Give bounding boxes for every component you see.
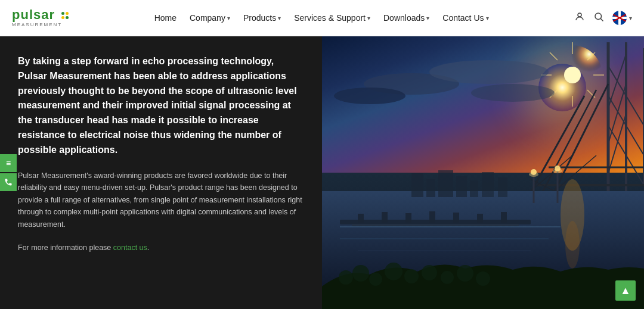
chevron-down-icon: ▾ [629,15,632,21]
svg-point-1 [595,13,602,20]
search-icon[interactable] [593,11,604,25]
main-content: ≡ By taking a step forward in echo proce… [0,36,644,309]
svg-point-66 [385,263,402,280]
header-icons: ▾ [574,11,632,25]
nav-home[interactable]: Home [150,11,181,25]
svg-rect-55 [482,172,494,197]
logo-subtitle: MEASUREMENT [12,22,69,27]
svg-point-69 [441,271,454,284]
header: pulsar MEASUREMENT Home Company ▾ Produc… [0,0,644,36]
svg-point-62 [553,168,562,173]
svg-point-49 [565,221,580,269]
svg-line-25 [608,114,626,173]
svg-line-2 [600,18,603,21]
svg-point-16 [471,84,555,102]
svg-point-63 [339,270,353,285]
svg-rect-42 [382,212,388,223]
chevron-down-icon: ▾ [486,15,489,21]
contact-us-link[interactable]: contact us [113,244,147,252]
svg-rect-51 [426,179,435,197]
language-selector[interactable]: ▾ [612,11,632,25]
svg-point-68 [422,265,437,280]
svg-point-14 [429,60,549,84]
svg-rect-46 [477,214,483,223]
svg-point-65 [369,273,382,286]
scroll-to-top-button[interactable]: ▲ [615,280,636,301]
svg-rect-41 [358,214,364,223]
hero-info-text: For more information please contact us. [18,242,304,254]
chevron-down-icon: ▾ [426,15,429,21]
svg-rect-50 [411,173,423,197]
left-panel: ≡ By taking a step forward in echo proce… [0,36,322,309]
phone-side-button[interactable] [0,173,17,191]
chevron-down-icon: ▾ [227,15,230,21]
svg-rect-40 [352,224,519,226]
svg-point-0 [578,13,581,17]
nav-downloads[interactable]: Downloads ▾ [379,11,434,25]
svg-point-70 [457,265,473,282]
user-icon[interactable] [574,11,585,25]
main-nav: Home Company ▾ Products ▾ Services & Sup… [150,11,494,25]
svg-point-59 [529,172,538,177]
flag-icon [612,11,627,25]
svg-line-23 [608,54,626,108]
svg-rect-45 [453,213,459,223]
nav-products[interactable]: Products ▾ [239,11,286,25]
svg-rect-43 [405,213,411,223]
svg-rect-47 [501,212,507,223]
menu-side-button[interactable]: ≡ [0,154,17,172]
svg-rect-56 [498,177,507,197]
hero-body-text: Pulsar Measurement's award-winning produ… [18,170,304,231]
svg-line-24 [608,84,626,143]
svg-point-71 [476,271,490,286]
right-panel: ▲ [322,36,644,309]
logo[interactable]: pulsar MEASUREMENT [12,8,69,27]
hero-main-text: By taking a step forward in echo process… [18,54,304,158]
svg-point-67 [404,269,419,283]
nav-company[interactable]: Company ▾ [185,11,235,25]
side-buttons: ≡ [0,154,17,191]
scene-svg [322,36,644,309]
chevron-down-icon: ▾ [278,15,281,21]
svg-point-15 [334,88,405,104]
svg-rect-53 [456,176,467,197]
svg-rect-54 [470,180,478,197]
svg-rect-52 [438,170,453,197]
svg-rect-44 [429,211,435,223]
svg-point-4 [564,67,581,83]
svg-point-64 [352,265,369,282]
logo-text: pulsar [12,8,69,21]
chevron-down-icon: ▾ [367,15,370,21]
nav-services-support[interactable]: Services & Support ▾ [289,11,375,25]
nav-contact-us[interactable]: Contact Us ▾ [438,11,493,25]
